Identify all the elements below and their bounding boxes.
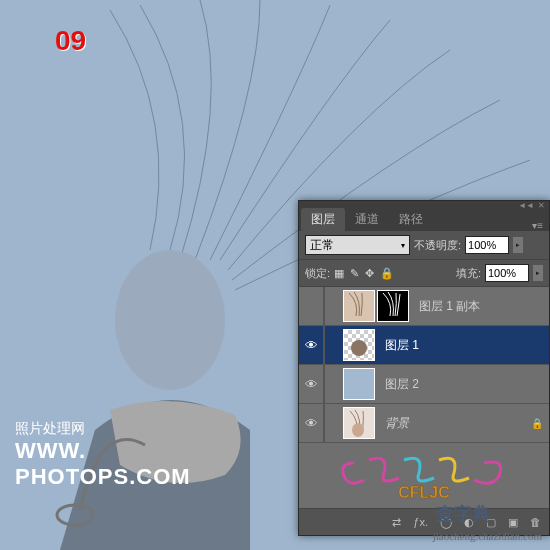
tab-layers[interactable]: 图层 [301, 208, 345, 231]
decorative-logo: CFLJC [334, 448, 514, 503]
layer-thumbnail[interactable] [343, 368, 375, 400]
svg-text:CFLJC: CFLJC [398, 484, 450, 501]
panel-tabs: 图层 通道 路径 ▾≡ [299, 209, 549, 231]
svg-point-0 [115, 250, 225, 390]
fx-icon[interactable]: ƒx. [413, 516, 428, 528]
lock-position-icon[interactable]: ✥ [365, 267, 374, 280]
tab-paths[interactable]: 路径 [389, 208, 433, 231]
layer-name-label[interactable]: 图层 1 [379, 337, 549, 354]
watermark-cn: 照片处理网 [15, 420, 191, 438]
collapse-icon[interactable]: ◄◄ [518, 201, 534, 210]
lock-fill-row: 锁定: ▦ ✎ ✥ 🔒 填充: 100% ▸ [299, 260, 549, 287]
blend-opacity-row: 正常 ▾ 不透明度: 100% ▸ [299, 231, 549, 260]
layer-name-label[interactable]: 图层 1 副本 [413, 298, 549, 315]
chazidian-logo: 查字典 [436, 502, 490, 526]
visibility-toggle[interactable] [299, 287, 324, 325]
layer-name-label[interactable]: 图层 2 [379, 376, 549, 393]
lock-label: 锁定: [305, 266, 330, 281]
blend-mode-value: 正常 [310, 237, 334, 254]
layer-row[interactable]: 👁 图层 1 [299, 326, 549, 365]
opacity-input[interactable]: 100% [465, 236, 509, 254]
layer-thumbnail[interactable] [343, 290, 375, 322]
layer-row[interactable]: 👁 图层 2 [299, 365, 549, 404]
lock-buttons: ▦ ✎ ✥ 🔒 [334, 267, 394, 280]
delete-layer-icon[interactable]: 🗑 [530, 516, 541, 528]
close-icon[interactable]: ✕ [538, 201, 545, 210]
panel-menu-icon[interactable]: ▾≡ [526, 220, 549, 231]
layer-row[interactable]: 图层 1 副本 [299, 287, 549, 326]
lock-transparency-icon[interactable]: ▦ [334, 267, 344, 280]
chevron-down-icon: ▾ [401, 241, 405, 250]
layer-thumbnail[interactable] [343, 407, 375, 439]
new-layer-icon[interactable]: ▣ [508, 516, 518, 529]
fill-flyout-icon[interactable]: ▸ [533, 265, 543, 281]
blend-mode-select[interactable]: 正常 ▾ [305, 235, 410, 255]
opacity-flyout-icon[interactable]: ▸ [513, 237, 523, 253]
visibility-toggle[interactable]: 👁 [299, 326, 324, 364]
layers-panel: ◄◄ ✕ 图层 通道 路径 ▾≡ 正常 ▾ 不透明度: 100% ▸ 锁定: ▦… [298, 200, 550, 536]
layer-row[interactable]: 👁 背景 🔒 [299, 404, 549, 443]
lock-pixels-icon[interactable]: ✎ [350, 267, 359, 280]
visibility-toggle[interactable]: 👁 [299, 365, 324, 403]
layer-list: 图层 1 副本 👁 图层 1 👁 图层 2 👁 [299, 287, 549, 443]
visibility-toggle[interactable]: 👁 [299, 404, 324, 442]
watermark-photops: 照片处理网 WWW. PHOTOPS.COM [15, 420, 191, 490]
mask-thumbnail[interactable] [377, 290, 409, 322]
fill-label: 填充: [456, 266, 481, 281]
source-watermark: jiaocheng.chazidian.com [433, 530, 542, 542]
layer-name-label[interactable]: 背景 [379, 415, 531, 432]
link-layers-icon[interactable]: ⇄ [392, 516, 401, 529]
lock-indicator-icon: 🔒 [531, 418, 543, 429]
step-number: 09 [55, 25, 86, 57]
panel-empty-area: CFLJC [299, 443, 549, 509]
watermark-www: WWW. [15, 438, 191, 464]
svg-point-6 [352, 423, 364, 437]
svg-point-4 [351, 340, 367, 356]
fill-input[interactable]: 100% [485, 264, 529, 282]
opacity-label: 不透明度: [414, 238, 461, 253]
layer-thumbnail[interactable] [343, 329, 375, 361]
tab-channels[interactable]: 通道 [345, 208, 389, 231]
lock-all-icon[interactable]: 🔒 [380, 267, 394, 280]
watermark-domain: PHOTOPS.COM [15, 464, 191, 490]
